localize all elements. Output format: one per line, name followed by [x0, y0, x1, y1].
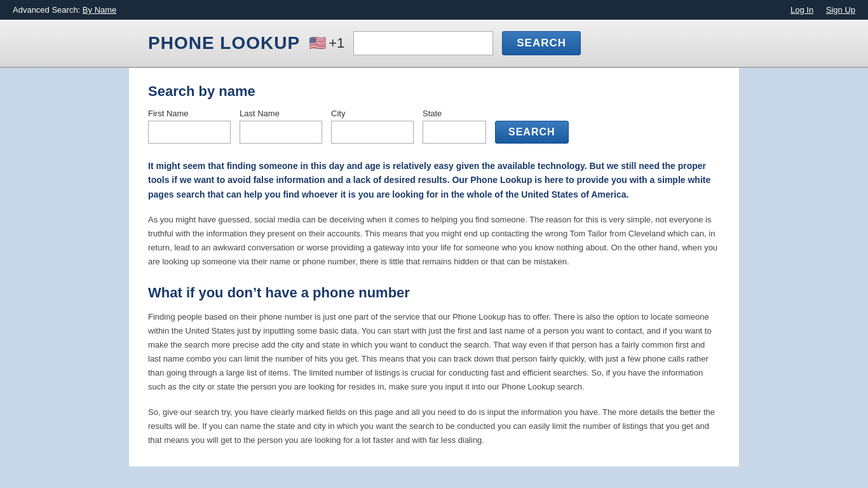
city-input[interactable] — [331, 121, 414, 144]
last-name-field: Last Name — [240, 109, 322, 144]
phone-search-button[interactable]: SEARCH — [502, 31, 581, 55]
phone-number-input[interactable] — [353, 31, 493, 55]
name-search-button[interactable]: SEARCH — [495, 121, 569, 144]
by-name-link[interactable]: By Name — [83, 5, 116, 15]
section3-body-text: So, give our search try, you have clearl… — [148, 405, 720, 447]
first-name-input[interactable] — [148, 121, 231, 144]
header-inner: PHONE LOOKUP 🇺🇸 +1 SEARCH — [129, 20, 739, 67]
state-field: State — [423, 109, 486, 144]
top-nav: Advanced Search: By Name Log In Sign Up — [0, 0, 868, 20]
last-name-label: Last Name — [240, 109, 322, 118]
last-name-input[interactable] — [240, 121, 322, 144]
intro-normal-text: As you might have guessed, social media … — [148, 213, 720, 269]
top-nav-right: Log In Sign Up — [780, 5, 855, 15]
city-field: City — [331, 109, 414, 144]
advanced-search-label: Advanced Search: By Name — [13, 5, 116, 15]
phone-flag-code: 🇺🇸 +1 — [309, 35, 344, 51]
phone-lookup-header: PHONE LOOKUP 🇺🇸 +1 SEARCH — [0, 20, 868, 68]
signup-link[interactable]: Sign Up — [826, 5, 855, 15]
flag-emoji: 🇺🇸 — [309, 35, 326, 51]
intro-bold-text: It might seem that finding someone in th… — [148, 159, 720, 201]
main-content: Search by name First Name Last Name City… — [129, 68, 739, 466]
country-code: +1 — [329, 35, 344, 51]
first-name-field: First Name — [148, 109, 231, 144]
page-wrapper: Advanced Search: By Name Log In Sign Up … — [0, 0, 868, 488]
state-label: State — [423, 109, 486, 118]
first-name-label: First Name — [148, 109, 231, 118]
search-by-name-title: Search by name — [148, 83, 720, 100]
section2-title: What if you don’t have a phone number — [148, 285, 720, 301]
state-input[interactable] — [423, 121, 486, 144]
phone-lookup-title: PHONE LOOKUP — [148, 33, 300, 53]
name-search-form: First Name Last Name City State SEARCH — [148, 109, 720, 144]
section2-body-text: Finding people based on their phone numb… — [148, 310, 720, 395]
city-label: City — [331, 109, 414, 118]
login-link[interactable]: Log In — [790, 5, 813, 15]
